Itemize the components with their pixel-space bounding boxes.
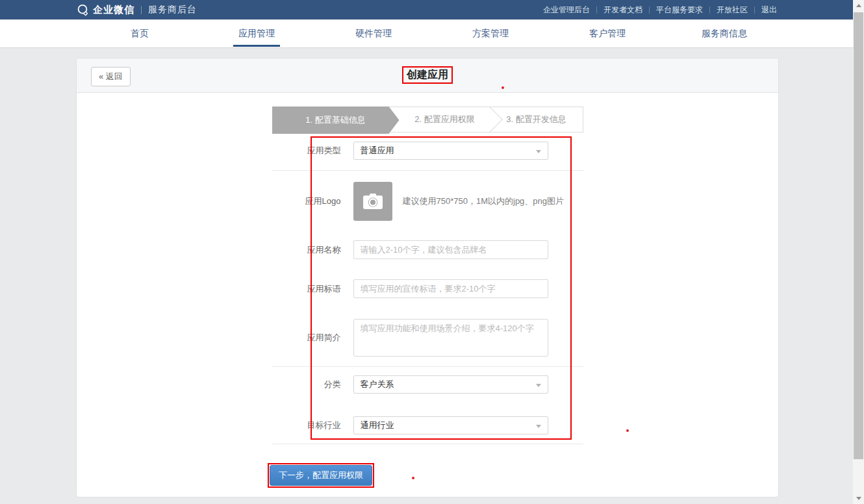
nav-item-solution-management[interactable]: 方案管理: [432, 19, 549, 47]
camera-icon: [361, 192, 385, 211]
nav-item-hardware-management[interactable]: 硬件管理: [315, 19, 432, 47]
step-label: 2. 配置应用权限: [414, 114, 474, 125]
topbar-link-developer-docs[interactable]: 开发者文档: [604, 5, 642, 16]
app-type-value: 普通应用: [354, 145, 394, 157]
app-name-label: 应用名称: [272, 244, 353, 256]
topbar-links: 企业管理后台 开发者文档 平台服务要求 开放社区 退出: [543, 5, 864, 16]
scroll-down-button[interactable]: [853, 493, 864, 504]
card-header: « 返回 创建应用: [77, 58, 778, 93]
step-label: 3. 配置开发信息: [506, 114, 566, 125]
screen: 企业微信 服务商后台 企业管理后台 开发者文档 平台服务要求 开放社区 退出 首…: [0, 0, 864, 504]
app-type-select[interactable]: 普通应用: [353, 142, 548, 160]
chevron-down-icon: [536, 384, 541, 387]
topbar-link-open-community[interactable]: 开放社区: [717, 5, 748, 16]
nav-item-provider-info[interactable]: 服务商信息: [666, 19, 783, 47]
annotation-dot: [502, 86, 504, 89]
divider: [272, 170, 583, 171]
portal-title: 服务商后台: [148, 4, 197, 16]
logo-hint-text: 建议使用750*750，1M以内的jpg、png图片: [403, 195, 565, 207]
annotation-dot: [626, 429, 629, 432]
topbar-link-logout[interactable]: 退出: [761, 5, 777, 16]
app-logo-label: 应用Logo: [272, 195, 353, 207]
category-select[interactable]: 客户关系: [353, 375, 548, 394]
triangle-up-icon: [856, 4, 861, 7]
card-body: 1. 配置基础信息 2. 配置应用权限 3. 配置开发信息 应用类型 普通应用: [77, 107, 778, 488]
logo-upload-button[interactable]: [353, 182, 392, 221]
category-value: 客户关系: [354, 379, 394, 390]
chevron-down-icon: [536, 425, 541, 428]
topbar-link-platform-requirements[interactable]: 平台服务要求: [656, 5, 703, 16]
step-1-basic-info: 1. 配置基础信息: [272, 107, 400, 134]
industry-select[interactable]: 通用行业: [353, 416, 548, 435]
nav-item-app-management[interactable]: 应用管理: [198, 19, 315, 47]
main-nav: 首页 应用管理 硬件管理 方案管理 客户管理 服务商信息: [0, 19, 864, 48]
app-intro-row: 应用简介: [272, 319, 583, 357]
industry-label: 目标行业: [272, 420, 353, 431]
app-slogan-row: 应用标语: [272, 279, 583, 298]
triangle-down-icon: [856, 497, 861, 500]
annotation-dot: [412, 477, 414, 479]
app-slogan-input[interactable]: [353, 279, 548, 298]
create-app-form: 应用类型 普通应用 应用Logo: [272, 142, 583, 444]
topbar-brand-group: 企业微信 服务商后台: [0, 4, 197, 16]
step-label: 1. 配置基础信息: [305, 114, 365, 126]
divider: [272, 444, 583, 444]
scrollbar[interactable]: [853, 0, 864, 504]
scroll-up-button[interactable]: [853, 0, 864, 11]
next-step-button[interactable]: 下一步，配置应用权限: [270, 465, 372, 486]
title-annotation-box: 创建应用: [402, 66, 453, 84]
back-button[interactable]: « 返回: [91, 67, 131, 86]
nav-item-customer-management[interactable]: 客户管理: [549, 19, 666, 47]
next-button-annotation-box: 下一步，配置应用权限: [268, 463, 374, 488]
chevron-down-icon: [536, 150, 541, 153]
create-app-card: « 返回 创建应用 1. 配置基础信息 2. 配置应用权限 3. 配置开发信息: [77, 58, 778, 497]
nav-item-home[interactable]: 首页: [81, 19, 198, 47]
divider: [141, 6, 142, 14]
topbar-link-enterprise-admin[interactable]: 企业管理后台: [543, 5, 590, 16]
step-3-dev-info: 3. 配置开发信息: [490, 107, 583, 132]
category-row: 分类 客户关系: [272, 375, 583, 394]
topbar: 企业微信 服务商后台 企业管理后台 开发者文档 平台服务要求 开放社区 退出: [0, 0, 864, 19]
app-intro-label: 应用简介: [272, 332, 353, 344]
page-title: 创建应用: [407, 69, 448, 80]
app-logo-row: 应用Logo 建议使用750*750，1M以内的jpg、png图片: [272, 182, 583, 221]
app-type-label: 应用类型: [272, 145, 353, 157]
app-type-row: 应用类型 普通应用: [272, 142, 583, 160]
industry-value: 通用行业: [354, 420, 394, 431]
industry-row: 目标行业 通用行业: [272, 416, 583, 435]
divider: [754, 6, 755, 14]
wechat-work-logo-icon: [77, 4, 89, 16]
divider: [709, 6, 710, 14]
app-slogan-label: 应用标语: [272, 283, 353, 295]
brand-title: 企业微信: [93, 4, 134, 16]
divider: [272, 366, 583, 367]
app-name-input[interactable]: [353, 240, 548, 259]
divider: [596, 6, 597, 14]
category-label: 分类: [272, 379, 353, 390]
step-wizard: 1. 配置基础信息 2. 配置应用权限 3. 配置开发信息: [272, 107, 583, 132]
scrollbar-thumb[interactable]: [854, 12, 863, 459]
app-intro-textarea[interactable]: [353, 319, 548, 357]
app-name-row: 应用名称: [272, 240, 583, 259]
divider: [649, 6, 650, 14]
